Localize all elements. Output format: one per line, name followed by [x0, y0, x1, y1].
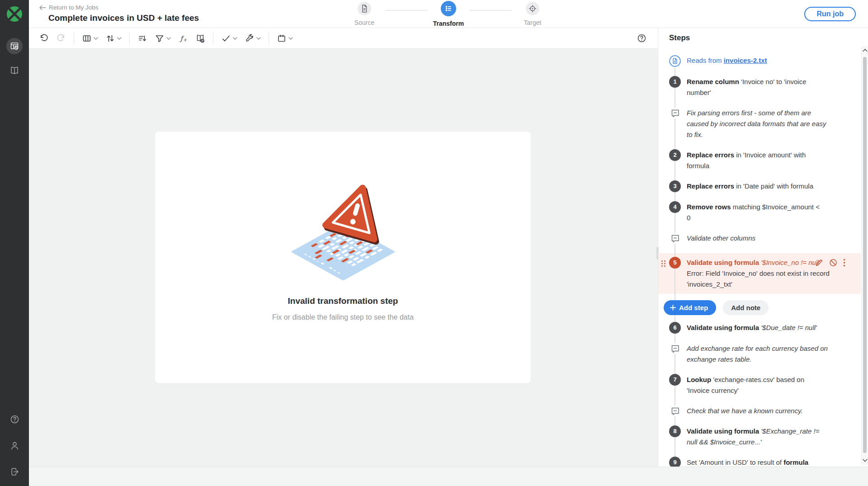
source-step[interactable]: Reads from invoices-2.txt — [658, 55, 861, 67]
scroll-up-icon[interactable] — [863, 49, 868, 52]
sort-button[interactable] — [102, 31, 125, 46]
note-icon — [670, 406, 680, 416]
step-text: Replace errors in 'Date paid' with formu… — [687, 181, 849, 192]
step-item-9[interactable]: 9 Set 'Amount in USD' to result of formu… — [658, 457, 861, 467]
back-link[interactable]: Return to My Jobs — [39, 4, 199, 11]
drag-handle[interactable] — [661, 260, 666, 267]
add-step-button[interactable]: Add step — [664, 300, 716, 315]
redo-icon — [56, 33, 66, 43]
sidebar-logout-button[interactable] — [6, 463, 23, 480]
chevron-down-icon — [166, 37, 171, 40]
disable-step-button[interactable] — [829, 259, 837, 267]
scroll-down-icon[interactable] — [863, 459, 868, 462]
step-item-8[interactable]: 8 Validate using formula '$Exchange_rate… — [658, 426, 861, 448]
step-number-badge: 7 — [669, 374, 681, 386]
fix-tools-button[interactable] — [241, 31, 264, 46]
note-icon — [670, 109, 680, 118]
app-logo[interactable] — [6, 5, 23, 23]
step-more-button[interactable] — [843, 259, 845, 267]
step-number-badge: 5 — [669, 257, 681, 269]
wrench-icon — [245, 33, 255, 43]
scrollbar-thumb[interactable] — [863, 57, 867, 453]
formula-button[interactable]: ƒ x — [175, 31, 192, 46]
sidebar — [0, 0, 29, 486]
empty-state-subtitle: Fix or disable the failing step to see t… — [272, 313, 414, 321]
chevron-down-icon — [117, 37, 122, 40]
svg-text:ƒ: ƒ — [179, 34, 184, 42]
stepper-transform-label: Transform — [433, 20, 464, 27]
undo-button[interactable] — [35, 31, 52, 46]
step-error-message: Error: Field 'Invoice_no' does not exist… — [687, 268, 849, 290]
stepper-transform[interactable]: Transform — [428, 2, 469, 27]
step-text: Lookup 'exchange-rates.csv' based on 'In… — [687, 374, 849, 396]
step-text: Validate using formula '$Exchange_rate !… — [687, 426, 849, 448]
source-step-text: Reads from invoices-2.txt — [687, 55, 849, 67]
bottom-strip — [29, 467, 868, 486]
note-item[interactable]: Check that we have a known currency. — [658, 406, 861, 416]
step-number-badge: 2 — [669, 149, 681, 161]
arrow-left-icon — [39, 5, 46, 10]
step-item-7[interactable]: 7 Lookup 'exchange-rates.csv' based on '… — [658, 374, 861, 396]
undo-icon — [39, 33, 49, 43]
filter-button[interactable] — [151, 31, 175, 46]
lookup-book-icon — [195, 33, 205, 43]
steps-panel-title: Steps — [669, 33, 690, 42]
back-label: Return to My Jobs — [49, 4, 99, 11]
note-item[interactable]: Validate other columns — [658, 233, 861, 244]
stepper-source-label: Source — [354, 19, 374, 26]
toolbar-help-button[interactable] — [637, 33, 647, 43]
sidebar-item-library[interactable] — [6, 62, 23, 79]
sidebar-help-button[interactable] — [6, 411, 23, 427]
source-file-link[interactable]: invoices-2.txt — [724, 57, 767, 64]
lookup-button[interactable] — [192, 31, 209, 46]
validate-button[interactable] — [217, 31, 241, 46]
add-note-button[interactable]: Add note — [723, 300, 769, 315]
job-stepper: Source Transform — [344, 2, 553, 27]
toolbar-divider — [269, 32, 269, 45]
help-icon — [9, 414, 20, 425]
step-number-badge: 8 — [669, 425, 681, 437]
steps-list: Reads from invoices-2.txt1 Rename column… — [658, 50, 861, 467]
columns-button[interactable] — [78, 31, 102, 46]
sidebar-item-transforms[interactable] — [6, 38, 23, 54]
steps-panel: Steps Reads from invoices-2.txt1 Rename … — [658, 28, 868, 467]
row-order-button[interactable] — [134, 31, 151, 46]
empty-state-card: Invalid transformation step Fix or disab… — [155, 132, 531, 383]
step-number-badge: 1 — [669, 76, 681, 88]
step-item-2[interactable]: 2 Replace errors in 'Invoice amount' wit… — [658, 150, 861, 171]
logout-icon — [9, 467, 20, 477]
data-canvas: Invalid transformation step Fix or disab… — [29, 49, 658, 467]
note-item[interactable]: Fix parsing errors first - some of them … — [658, 108, 861, 140]
date-tools-button[interactable] — [273, 31, 297, 46]
stepper-target[interactable]: Target — [512, 2, 553, 26]
stepper-source[interactable]: Source — [344, 2, 385, 26]
chevron-down-icon — [256, 37, 261, 40]
formula-icon: ƒ x — [178, 33, 188, 43]
step-item-5[interactable]: 5 Validate using formula '$Invoice_no !=… — [658, 253, 861, 294]
run-job-button[interactable]: Run job — [804, 7, 856, 21]
disable-icon — [829, 259, 837, 267]
step-text: Set 'Amount in USD' to result of formula — [687, 457, 849, 467]
app-window: Return to My Jobs Complete invoices in U… — [0, 0, 868, 486]
step-text: Validate using formula '$Due_date != nul… — [687, 322, 849, 334]
note-text: Fix parsing errors first - some of them … — [687, 108, 849, 140]
more-icon — [843, 259, 845, 267]
edit-step-button[interactable] — [815, 259, 823, 267]
step-item-3[interactable]: 3 Replace errors in 'Date paid' with for… — [658, 181, 861, 192]
note-item[interactable]: Add exchange rate for each currency base… — [658, 343, 861, 365]
chevron-down-icon — [94, 37, 98, 40]
stepper-connector — [469, 10, 512, 11]
step-item-1[interactable]: 1 Rename column 'Invoice no' to 'invoice… — [658, 76, 861, 98]
step-actions-row: Add step Add note — [658, 300, 861, 315]
redo-button[interactable] — [52, 31, 70, 46]
drag-handle-icon — [661, 260, 666, 267]
list-icon — [441, 1, 456, 16]
step-item-4[interactable]: 4 Remove rows matching $Invoice_amount <… — [658, 202, 861, 223]
stepper-connector — [385, 10, 428, 11]
panel-scrollbar[interactable] — [861, 46, 868, 465]
help-icon — [637, 33, 647, 43]
filter-icon — [155, 33, 165, 43]
target-icon — [526, 2, 539, 15]
sidebar-account-button[interactable] — [6, 437, 23, 453]
step-item-6[interactable]: 6 Validate using formula '$Due_date != n… — [658, 322, 861, 334]
